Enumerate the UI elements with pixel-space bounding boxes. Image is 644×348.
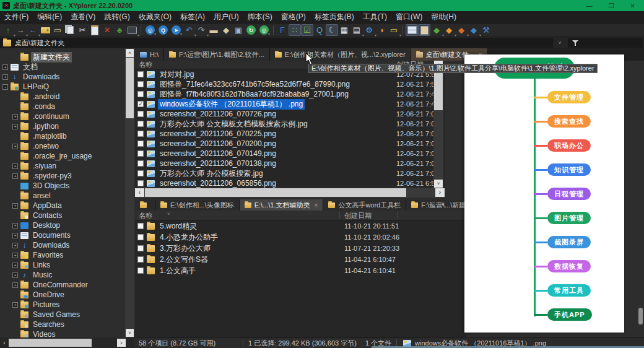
tree-expander-icon[interactable]: + — [12, 263, 18, 268]
colors-button[interactable]: ◑ — [375, 24, 388, 36]
folder-checkbox[interactable] — [137, 234, 144, 240]
menu-item[interactable]: 编辑(E) — [33, 12, 66, 22]
folder-checkbox[interactable] — [137, 245, 144, 251]
column-name[interactable]: 名称 — [139, 211, 152, 220]
tree-item[interactable]: + Documents — [0, 230, 125, 240]
tag-blue-button[interactable]: ◆ — [468, 24, 480, 36]
forward-button[interactable]: → — [14, 24, 27, 36]
tree-expander-icon[interactable]: + — [12, 124, 18, 129]
cut-button[interactable]: ✂ — [76, 24, 89, 36]
tree-item[interactable]: + Downloads — [0, 72, 125, 82]
menu-item[interactable]: 用户(U) — [209, 12, 243, 22]
tree-path-button[interactable]: ∷ — [289, 24, 301, 36]
file-checkbox[interactable] — [137, 81, 144, 87]
split-horizontal-button[interactable] — [406, 24, 418, 36]
tree-expander-icon[interactable]: + — [12, 144, 18, 149]
tree-item[interactable]: .conda — [0, 102, 125, 111]
mindmap-node[interactable]: 常用工具 — [534, 284, 592, 297]
file-checkbox[interactable] — [137, 141, 144, 147]
scroll-left-icon[interactable]: ‹ — [1, 339, 8, 347]
menu-item[interactable]: 帮助(H) — [427, 12, 461, 22]
file-row[interactable]: screenshot_20211206_070225.png 12-06-21 … — [135, 129, 445, 139]
file-row[interactable]: 图怪兽_f7fb4c80f3162d7b8aa7dcf92bababa9_270… — [135, 89, 445, 99]
column-created[interactable]: 创建日期 — [344, 211, 372, 220]
top-list-hscrollbar-thumb[interactable] — [145, 188, 406, 197]
file-row[interactable]: 图怪兽_71fec4e323cc6741b67c5fea52d6f7e6_879… — [135, 79, 445, 89]
split-vertical-button[interactable] — [418, 24, 430, 36]
pane-button[interactable]: ▣ — [232, 24, 245, 36]
file-checkbox[interactable] — [137, 121, 144, 127]
folder-row[interactable]: 3.万彩办公大师 11-07-21 21:20:33 — [135, 243, 466, 254]
tree-item[interactable]: + .siyuan — [0, 161, 125, 171]
scroll-left-icon[interactable]: ‹ — [135, 188, 144, 197]
tree-expander-icon[interactable]: - — [2, 84, 8, 90]
tree-item[interactable]: .matplotlib — [0, 131, 125, 141]
folder-row[interactable]: 2.公文写作S器 11-04-21 6:10:47 — [135, 254, 466, 265]
file-checkbox[interactable] — [137, 170, 144, 176]
menu-item[interactable]: 查看(V) — [66, 12, 100, 22]
bottom-pane-tab[interactable]: E:\创作相...\头像图标 — [155, 199, 240, 211]
menu-item[interactable]: 标签页集(B) — [310, 12, 359, 22]
back-button[interactable]: ← — [27, 24, 39, 36]
mindmap-node[interactable]: 职场办公 — [534, 139, 592, 152]
tree-item[interactable]: Searches — [0, 320, 125, 329]
tree-item[interactable]: - LHPeiQ — [0, 82, 125, 92]
toolbar-separator[interactable] — [400, 24, 406, 36]
menu-item[interactable]: 文件(F) — [0, 12, 33, 22]
copy-button[interactable] — [64, 24, 76, 36]
tree-item[interactable]: ansel — [0, 191, 125, 201]
folder-checkbox[interactable] — [137, 223, 144, 229]
tree-expander-icon[interactable]: + — [12, 243, 18, 248]
bottom-pane-tab[interactable]: E:\...\1.文档辅助类 × — [240, 199, 324, 211]
tree-expander-icon[interactable]: + — [12, 282, 18, 288]
tree-expander-icon[interactable]: + — [12, 163, 18, 169]
refresh-button[interactable]: ↻ — [246, 25, 256, 35]
bottom-pane-tab[interactable]: 公文高手word工具栏 — [323, 199, 406, 211]
tree-scrollbar-thumb[interactable] — [126, 58, 134, 118]
tab-list-icon[interactable]: ▾ — [437, 201, 449, 207]
mindmap-node[interactable]: 知识管理 — [534, 163, 592, 176]
tree-expander-icon[interactable]: + — [12, 223, 18, 228]
mindmap-node[interactable]: 截图录屏 — [534, 236, 592, 248]
folder-checkbox[interactable] — [137, 256, 144, 263]
mindmap-node[interactable]: 搜索查找 — [534, 115, 592, 128]
file-row[interactable]: 万彩办公大师 公文模板文档模板搜索示例.jpg 12-06-21 7:04 — [135, 119, 445, 129]
tiles-button[interactable]: ▦ — [338, 24, 350, 36]
bottom-pane-tab[interactable] — [135, 199, 155, 211]
file-row[interactable]: screenshot_20211206_065856.png 12-06-21 … — [135, 178, 445, 188]
scroll-down-icon[interactable]: ˅ — [126, 329, 134, 337]
address-dropdown-icon[interactable]: ˅ — [554, 38, 565, 48]
tree-item[interactable]: .android — [0, 92, 125, 102]
tag-orange-button[interactable]: ◆ — [443, 24, 455, 36]
file-row[interactable]: screenshot_20211206_070149.png 12-06-21 … — [135, 149, 445, 159]
block-button[interactable]: ▬ — [207, 24, 220, 36]
menu-item[interactable]: 收藏夹(O) — [134, 12, 176, 22]
computer-button[interactable] — [126, 24, 138, 36]
tree-expander-icon[interactable]: + — [2, 64, 8, 70]
redo-button[interactable]: ↷ — [195, 24, 207, 36]
file-row[interactable]: screenshot_20211206_070200.png 12-06-21 … — [135, 139, 445, 149]
tree-item[interactable]: 新建文件夹 — [0, 52, 125, 62]
tree-item[interactable]: Videos — [0, 329, 125, 337]
tree-item[interactable]: .oracle_jre_usage — [0, 151, 125, 161]
file-checkbox[interactable] — [137, 91, 144, 97]
tree-expander-icon[interactable]: + — [12, 253, 18, 258]
details-button[interactable]: ▤ — [350, 24, 363, 36]
mindmap-node[interactable]: 日程管理 — [534, 188, 592, 200]
mindmap-node[interactable]: 图片管理 — [534, 212, 592, 224]
tree-horizontal-scrollbar[interactable]: ‹ › — [0, 337, 134, 348]
locate-button[interactable]: ◎ — [146, 25, 155, 35]
top-pane-tab[interactable]: E:\创作相关素材（图片、视...\2.xyplorer — [270, 48, 411, 61]
scroll-down-icon[interactable]: ˅ — [434, 180, 443, 188]
maximize-button[interactable]: ❐ — [609, 2, 614, 9]
file-row[interactable]: screenshot_20211206_070138.png 12-06-21 … — [135, 159, 445, 168]
rename-button[interactable]: ▭ — [51, 24, 64, 36]
tag-red-button[interactable]: ◆ — [455, 24, 468, 36]
tree-vertical-scrollbar[interactable]: ˄ ˅ — [125, 48, 134, 337]
autosync-button[interactable]: ◎ — [259, 25, 269, 35]
tree-item[interactable]: + Links — [0, 260, 125, 270]
new-tab-button[interactable]: + — [425, 200, 438, 209]
folder-row[interactable]: 4.小恐龙办公助手 11-10-21 20:02:46 — [135, 232, 466, 243]
toolbar-separator[interactable] — [138, 24, 144, 36]
mindmap-node[interactable]: 数据恢复 — [534, 260, 592, 272]
